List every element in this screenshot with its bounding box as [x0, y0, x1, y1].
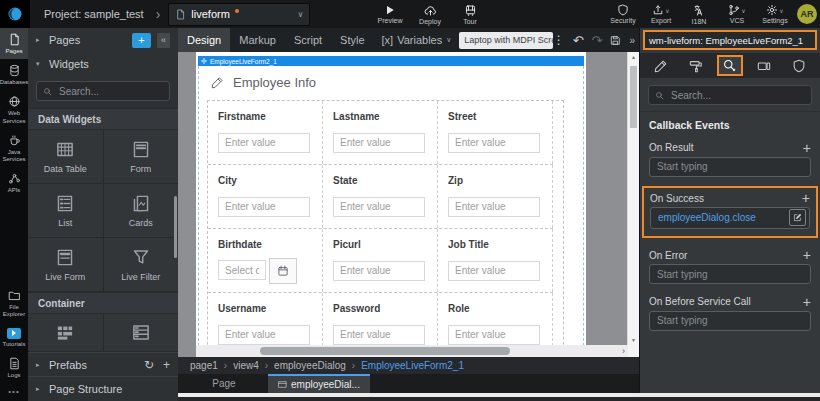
tab-design[interactable]: Design: [178, 28, 230, 52]
save-button[interactable]: [610, 35, 621, 46]
on-success-value: employeeDialog.close: [650, 207, 810, 229]
rail-more-button[interactable]: •••: [0, 383, 28, 401]
role-input[interactable]: [448, 325, 540, 345]
selected-widget-bar[interactable]: EmployeeLiveForm2_1: [198, 56, 584, 66]
street-input[interactable]: [448, 133, 540, 153]
rail-item-apis[interactable]: APIs: [0, 167, 28, 198]
add-handler-button[interactable]: +: [802, 191, 810, 205]
styles-tab[interactable]: [683, 55, 709, 76]
tri-down-icon: ▾: [36, 60, 43, 68]
rail-item-file-explorer[interactable]: File Explorer: [0, 284, 28, 322]
undo-button[interactable]: ↶: [573, 33, 584, 48]
user-avatar[interactable]: AR: [797, 4, 817, 24]
breadcrumb-page1[interactable]: page1: [190, 360, 218, 371]
rail-item-pages[interactable]: Pages: [0, 28, 28, 59]
job-title-input[interactable]: [448, 261, 540, 281]
horizontal-scroll-thumb[interactable]: [260, 347, 510, 355]
current-page-selector[interactable]: liveform ∨: [168, 3, 310, 26]
security-tab[interactable]: [786, 55, 812, 76]
move-icon: [201, 58, 207, 64]
tour-button[interactable]: Tour: [452, 0, 488, 28]
widget-list[interactable]: List: [28, 184, 103, 237]
events-tab[interactable]: [717, 55, 743, 76]
picurl-input[interactable]: [333, 261, 425, 281]
state-input[interactable]: [333, 197, 425, 217]
username-input[interactable]: [218, 325, 310, 345]
edit-script-button[interactable]: [789, 209, 806, 226]
widget-form[interactable]: Form: [104, 130, 179, 183]
events-list: On Result + On Success + employeeDialog.…: [640, 137, 820, 331]
birthdate-input[interactable]: [218, 260, 266, 280]
scrollbar-corner: [628, 345, 639, 357]
city-input[interactable]: [218, 197, 310, 217]
add-handler-button[interactable]: +: [803, 295, 811, 309]
add-handler-button[interactable]: +: [803, 141, 811, 155]
rail-item-logs[interactable]: Logs: [0, 352, 28, 383]
device-tab[interactable]: [751, 55, 777, 76]
deploy-button[interactable]: Deploy: [412, 0, 448, 28]
rail-item-databases[interactable]: Databases: [0, 59, 28, 90]
firstname-input[interactable]: [218, 133, 310, 153]
vcs-button[interactable]: ∨ VCS: [719, 0, 755, 28]
tab-style[interactable]: Style: [331, 28, 373, 52]
widget-grid-layout[interactable]: [28, 314, 103, 351]
breadcrumb-employeedialog[interactable]: employeeDialog: [274, 360, 346, 371]
canvas-horizontal-scrollbar[interactable]: ›: [196, 345, 628, 357]
device-select[interactable]: Laptop with MDPI Screen ∨: [459, 32, 552, 49]
variables-button[interactable]: [x] Variables ∨: [382, 34, 452, 46]
rail-item-java-services[interactable]: Java Services: [0, 129, 28, 167]
breadcrumb-employeeliveform[interactable]: EmployeeLiveForm2_1: [361, 360, 464, 371]
rail-item-tutorials[interactable]: Tutorials: [0, 323, 28, 352]
password-input[interactable]: [333, 325, 425, 345]
collapse-right-panel-button[interactable]: »: [629, 35, 635, 46]
tab-script[interactable]: Script: [285, 28, 331, 52]
app-logo[interactable]: [0, 0, 30, 28]
collapse-panel-button[interactable]: «: [157, 33, 170, 48]
on-error-input[interactable]: [649, 264, 811, 284]
rail-item-web-services[interactable]: Web Services: [0, 90, 28, 128]
add-handler-button[interactable]: +: [803, 248, 811, 262]
widget-cards[interactable]: Cards: [104, 184, 179, 237]
kebab-menu-button[interactable]: ⋮: [553, 33, 565, 47]
pages-section-header[interactable]: ▸ Pages + «: [28, 28, 178, 52]
add-page-button[interactable]: +: [132, 33, 151, 48]
export-button[interactable]: ∨ Export: [643, 0, 679, 28]
on-before-service-call-input[interactable]: [649, 311, 811, 331]
widget-live-form[interactable]: Live Form: [28, 238, 103, 291]
preview-button[interactable]: Preview: [372, 0, 408, 28]
panel-scrollbar[interactable]: [174, 196, 177, 258]
scroll-down-icon[interactable]: ▼: [628, 337, 639, 343]
redo-button[interactable]: ↷: [592, 33, 603, 48]
widget-layout-rows[interactable]: [104, 314, 179, 351]
tab-markup[interactable]: Markup: [230, 28, 285, 52]
tab-page[interactable]: Page: [194, 374, 254, 393]
security-button[interactable]: Security: [605, 0, 641, 28]
on-result-input[interactable]: [649, 157, 811, 177]
scroll-up-icon[interactable]: ▲: [628, 54, 639, 60]
prefabs-section-header[interactable]: ▸ Prefabs ↻ +: [28, 352, 178, 376]
refresh-icon[interactable]: ↻: [144, 358, 154, 372]
widget-live-filter[interactable]: Live Filter: [104, 238, 179, 291]
tab-employee-dialog[interactable]: employeeDial...: [268, 374, 370, 393]
scroll-right-icon[interactable]: ›: [622, 345, 625, 357]
database-icon: [8, 64, 21, 77]
zip-input[interactable]: [448, 197, 540, 217]
lastname-input[interactable]: [333, 133, 425, 153]
calendar-button[interactable]: [269, 258, 297, 284]
add-prefab-button[interactable]: +: [163, 358, 170, 372]
page-structure-section-header[interactable]: ▸ Page Structure: [28, 376, 178, 400]
i18n-button[interactable]: I18N: [681, 0, 717, 28]
widget-search-input[interactable]: [57, 85, 163, 98]
widgets-section-header[interactable]: ▾ Widgets: [28, 52, 178, 76]
breadcrumb-view4[interactable]: view4: [233, 360, 259, 371]
widget-label: List: [58, 218, 72, 228]
widget-data-table[interactable]: Data Table: [28, 130, 103, 183]
canvas-vertical-scrollbar[interactable]: ▲ ▼: [627, 52, 639, 345]
property-search-input[interactable]: [669, 89, 805, 102]
properties-tab[interactable]: [648, 55, 674, 76]
tab-employee-dialog-label: employeeDial...: [291, 379, 360, 390]
on-success-handler-link[interactable]: employeeDialog.close: [658, 212, 789, 223]
canvas-page[interactable]: EmployeeLiveForm2_1 Employee Info Firstn…: [196, 52, 586, 357]
settings-button[interactable]: ∨ Settings: [757, 0, 793, 28]
vertical-scroll-thumb[interactable]: [630, 66, 637, 128]
